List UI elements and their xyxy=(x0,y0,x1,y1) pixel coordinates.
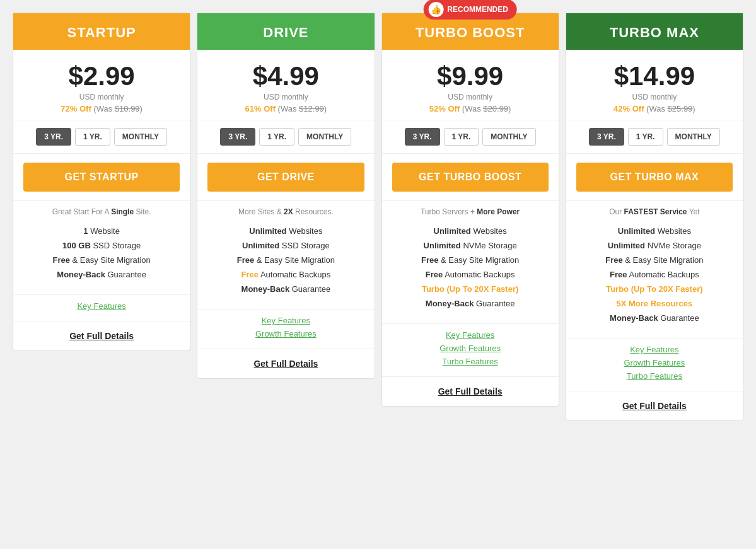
billing-btn-monthly-drive[interactable]: MONTHLY xyxy=(298,128,351,146)
recommended-badge: 👍RECOMMENDED xyxy=(423,0,517,20)
feature-item-turbo-max-1: Unlimited NVMe Storage xyxy=(575,241,734,250)
cta-button-turbo-max[interactable]: GET TURBO MAX xyxy=(576,163,733,192)
full-details-link-turbo-boost[interactable]: Get Full Details xyxy=(438,386,503,396)
was-price: $10.99 xyxy=(115,104,140,113)
features-section-startup: 1 Website100 GB SSD StorageFree & Easy S… xyxy=(13,216,190,295)
billing-btn-3yr-drive[interactable]: 3 YR. xyxy=(220,128,255,146)
link-growth-features-turbo-max[interactable]: Growth Features xyxy=(575,358,734,367)
plan-price-turbo-max: $14.99 xyxy=(573,61,736,91)
feature-item-drive-0: Unlimited Websites xyxy=(206,226,365,236)
cta-section-turbo-boost: GET TURBO BOOST xyxy=(382,154,559,201)
link-growth-features-turbo-boost[interactable]: Growth Features xyxy=(391,344,550,353)
cta-section-drive: GET DRIVE xyxy=(197,154,374,201)
features-section-turbo-max: Unlimited WebsitesUnlimited NVMe Storage… xyxy=(566,216,743,338)
link-key-features-turbo-max[interactable]: Key Features xyxy=(575,345,734,354)
billing-btn-monthly-startup[interactable]: MONTHLY xyxy=(114,128,167,146)
plan-name-turbo-boost: TURBO BOOST xyxy=(388,25,552,41)
discount-pct: 72% Off xyxy=(61,104,91,113)
feature-item-turbo-boost-2: Free & Easy Site Migration xyxy=(391,255,550,265)
plan-price-startup: $2.99 xyxy=(20,61,183,91)
cta-button-turbo-boost[interactable]: GET TURBO BOOST xyxy=(392,163,549,192)
link-key-features-drive[interactable]: Key Features xyxy=(206,316,365,325)
plan-price-turbo-boost: $9.99 xyxy=(388,61,552,91)
cta-button-startup[interactable]: GET STARTUP xyxy=(23,163,180,192)
link-turbo-features-turbo-boost[interactable]: Turbo Features xyxy=(391,357,550,366)
was-label: (Was xyxy=(646,104,665,113)
plan-name-startup: STARTUP xyxy=(20,25,183,41)
full-details-section-drive: Get Full Details xyxy=(197,349,374,378)
full-details-section-turbo-boost: Get Full Details xyxy=(382,377,559,406)
plan-price-section-drive: $4.99USD monthly61% Off (Was $12.99) xyxy=(197,50,374,120)
billing-toggle-turbo-boost: 3 YR.1 YR.MONTHLY xyxy=(382,120,559,154)
full-details-link-drive[interactable]: Get Full Details xyxy=(253,359,318,369)
discount-pct: 61% Off xyxy=(245,104,276,113)
was-price: $25.99 xyxy=(668,104,693,113)
billing-btn-1yr-turbo-max[interactable]: 1 YR. xyxy=(628,128,663,146)
plan-card-turbo-boost: 👍RECOMMENDEDTURBO BOOST$9.99USD monthly5… xyxy=(381,13,559,407)
plan-discount-startup: 72% Off (Was $10.99) xyxy=(20,104,183,113)
plan-discount-turbo-boost: 52% Off (Was $20.99) xyxy=(388,104,552,113)
full-details-section-turbo-max: Get Full Details xyxy=(566,391,743,420)
feature-item-turbo-boost-4: Turbo (Up To 20X Faster) xyxy=(391,284,550,294)
feature-item-turbo-boost-1: Unlimited NVMe Storage xyxy=(391,241,550,250)
features-section-drive: Unlimited WebsitesUnlimited SSD StorageF… xyxy=(197,216,374,309)
plan-header-startup: STARTUP xyxy=(13,13,190,50)
recommended-label: RECOMMENDED xyxy=(447,5,508,14)
feature-item-startup-0: 1 Website xyxy=(22,226,181,236)
full-details-link-turbo-max[interactable]: Get Full Details xyxy=(622,401,687,411)
links-section-drive: Key FeaturesGrowth Features xyxy=(197,309,374,349)
discount-pct: 42% Off xyxy=(614,104,644,113)
plan-price-drive: $4.99 xyxy=(204,61,368,91)
plan-card-turbo-max: TURBO MAX$14.99USD monthly42% Off (Was $… xyxy=(566,13,743,421)
feature-item-turbo-max-4: Turbo (Up To 20X Faster) xyxy=(575,284,734,294)
was-label: (Was xyxy=(278,104,297,113)
billing-btn-3yr-startup[interactable]: 3 YR. xyxy=(36,128,71,146)
billing-btn-monthly-turbo-boost[interactable]: MONTHLY xyxy=(482,128,535,146)
plan-discount-drive: 61% Off (Was $12.99) xyxy=(204,104,368,113)
cta-section-startup: GET STARTUP xyxy=(13,154,190,201)
cta-section-turbo-max: GET TURBO MAX xyxy=(566,154,743,201)
feature-item-turbo-boost-0: Unlimited Websites xyxy=(391,226,550,236)
link-growth-features-drive[interactable]: Growth Features xyxy=(206,329,365,338)
feature-item-drive-4: Money-Back Guarantee xyxy=(206,284,365,294)
feature-item-startup-2: Free & Easy Site Migration xyxy=(22,255,181,265)
discount-pct: 52% Off xyxy=(429,104,460,113)
plan-discount-turbo-max: 42% Off (Was $25.99) xyxy=(573,104,736,113)
billing-btn-1yr-startup[interactable]: 1 YR. xyxy=(75,128,110,146)
link-key-features-turbo-boost[interactable]: Key Features xyxy=(391,330,550,340)
tagline-startup: Great Start For A Single Site. xyxy=(13,201,190,216)
plan-header-turbo-max: TURBO MAX xyxy=(566,13,743,50)
billing-btn-3yr-turbo-max[interactable]: 3 YR. xyxy=(589,128,624,146)
was-price: $12.99 xyxy=(299,104,324,113)
feature-item-drive-1: Unlimited SSD Storage xyxy=(206,241,365,250)
billing-toggle-startup: 3 YR.1 YR.MONTHLY xyxy=(13,120,190,154)
link-turbo-features-turbo-max[interactable]: Turbo Features xyxy=(575,371,734,381)
full-details-section-startup: Get Full Details xyxy=(13,321,190,350)
tagline-turbo-boost: Turbo Servers + More Power xyxy=(382,201,559,216)
features-section-turbo-boost: Unlimited WebsitesUnlimited NVMe Storage… xyxy=(382,216,559,324)
link-key-features-startup[interactable]: Key Features xyxy=(22,301,181,311)
feature-item-turbo-max-2: Free & Easy Site Migration xyxy=(575,255,734,265)
plan-card-startup: STARTUP$2.99USD monthly72% Off (Was $10.… xyxy=(13,13,190,351)
cta-button-drive[interactable]: GET DRIVE xyxy=(207,163,364,192)
plan-price-label-drive: USD monthly xyxy=(204,93,368,101)
billing-btn-1yr-turbo-boost[interactable]: 1 YR. xyxy=(444,128,479,146)
billing-btn-1yr-drive[interactable]: 1 YR. xyxy=(259,128,294,146)
billing-btn-monthly-turbo-max[interactable]: MONTHLY xyxy=(667,128,720,146)
feature-item-drive-2: Free & Easy Site Migration xyxy=(206,255,365,265)
billing-btn-3yr-turbo-boost[interactable]: 3 YR. xyxy=(405,128,440,146)
plan-name-drive: DRIVE xyxy=(204,25,368,41)
links-section-turbo-max: Key FeaturesGrowth FeaturesTurbo Feature… xyxy=(566,338,743,391)
feature-item-drive-3: Free Automatic Backups xyxy=(206,270,365,279)
billing-toggle-drive: 3 YR.1 YR.MONTHLY xyxy=(197,120,374,154)
plan-price-section-turbo-boost: $9.99USD monthly52% Off (Was $20.99) xyxy=(382,50,559,120)
links-section-startup: Key Features xyxy=(13,295,190,321)
full-details-link-startup[interactable]: Get Full Details xyxy=(69,331,134,341)
feature-item-turbo-boost-3: Free Automatic Backups xyxy=(391,270,550,279)
feature-item-turbo-max-5: 5X More Resources xyxy=(575,299,734,308)
feature-item-turbo-max-3: Free Automatic Backups xyxy=(575,270,734,279)
plan-header-drive: DRIVE xyxy=(197,13,374,50)
feature-item-turbo-max-6: Money-Back Guarantee xyxy=(575,313,734,323)
plan-name-turbo-max: TURBO MAX xyxy=(573,25,736,41)
tagline-turbo-max: Our FASTEST Service Yet xyxy=(566,201,743,216)
